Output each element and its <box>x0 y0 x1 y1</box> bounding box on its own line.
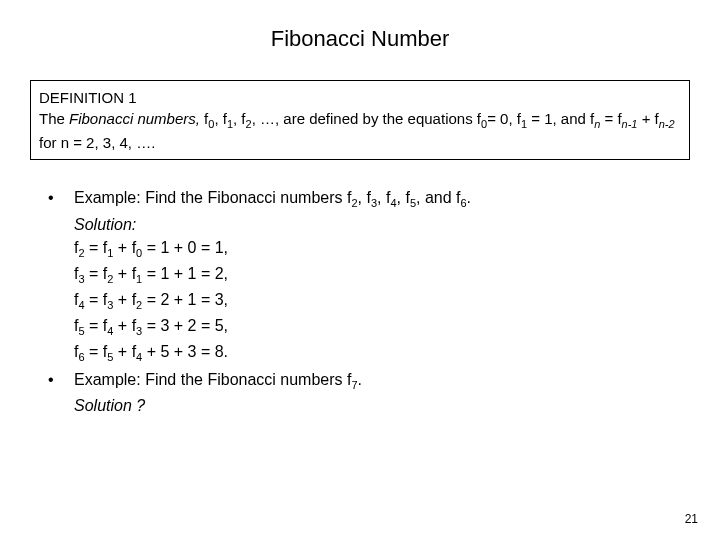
definition-label: DEFINITION 1 <box>39 87 681 108</box>
subscript-italic: n-1 <box>622 118 638 130</box>
text: . <box>467 189 471 206</box>
text: f <box>200 110 208 127</box>
solution-label: Solution ? <box>74 397 145 414</box>
subscript-italic: n-2 <box>659 118 675 130</box>
text: , f <box>358 189 371 206</box>
text: + f <box>637 110 658 127</box>
text: = 1, and f <box>527 110 594 127</box>
text: Example: Find the Fibonacci numbers f <box>74 189 351 206</box>
text: , …, are defined by the equations f <box>252 110 481 127</box>
text: The <box>39 110 69 127</box>
solution-line: f4 = f3 + f2 = 2 + 1 = 3, <box>74 288 690 314</box>
solution-line: f5 = f4 + f3 = 3 + 2 = 5, <box>74 314 690 340</box>
text: , and f <box>416 189 460 206</box>
solution-line: f2 = f1 + f0 = 1 + 0 = 1, <box>74 236 690 262</box>
definition-box: DEFINITION 1 The Fibonacci numbers, f0, … <box>30 80 690 160</box>
text: , f <box>397 189 410 206</box>
text-italic: Fibonacci numbers, <box>69 110 200 127</box>
example-2: Example: Find the Fibonacci numbers f7. … <box>48 368 690 417</box>
definition-for: for n = 2, 3, 4, …. <box>39 132 681 153</box>
text: Example: Find the Fibonacci numbers f <box>74 371 351 388</box>
example-1: Example: Find the Fibonacci numbers f2, … <box>48 186 690 366</box>
text: , f <box>377 189 390 206</box>
definition-body: The Fibonacci numbers, f0, f1, f2, …, ar… <box>39 108 681 132</box>
text: , f <box>233 110 246 127</box>
solution-label: Solution: <box>74 216 136 233</box>
page-number: 21 <box>685 512 698 526</box>
examples-section: Example: Find the Fibonacci numbers f2, … <box>30 186 690 417</box>
text: = 0, f <box>487 110 521 127</box>
solution-line: f3 = f2 + f1 = 1 + 1 = 2, <box>74 262 690 288</box>
slide-title: Fibonacci Number <box>30 26 690 52</box>
text: . <box>358 371 362 388</box>
text: = f <box>600 110 621 127</box>
solution-line: f6 = f5 + f4 + 5 + 3 = 8. <box>74 340 690 366</box>
text: , f <box>214 110 227 127</box>
